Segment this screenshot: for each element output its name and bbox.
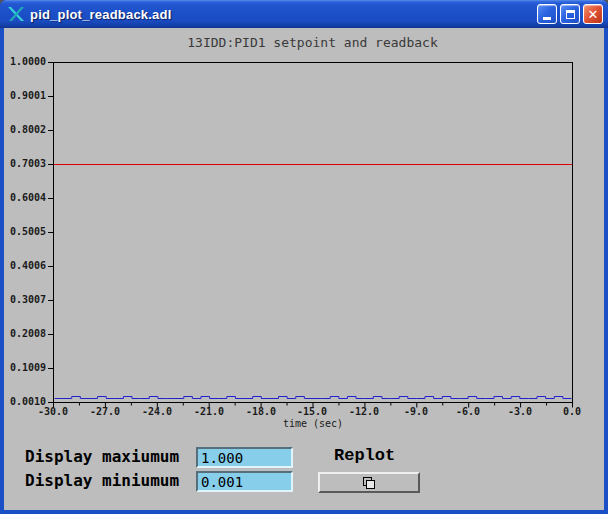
y-tick-label: 0.1009 — [4, 362, 46, 373]
y-tick-label: 0.8002 — [4, 124, 46, 135]
display-maximum-input[interactable] — [196, 447, 293, 468]
titlebar[interactable]: pid_plot_readback.adl ✕ — [0, 0, 608, 28]
y-tick-label: 0.6004 — [4, 192, 46, 203]
x-tick-label: -15.0 — [290, 406, 334, 417]
replot-label: Replot — [334, 446, 395, 465]
y-tick-label: 0.2008 — [4, 328, 46, 339]
x-tick-label: 0.0 — [550, 406, 594, 417]
y-tick-label: 0.9001 — [4, 90, 46, 101]
maximize-button[interactable] — [560, 4, 580, 24]
close-icon: ✕ — [588, 8, 599, 21]
maximize-icon — [566, 10, 575, 19]
x-axis-title: time (sec) — [272, 418, 354, 429]
x-tick-label: -30.0 — [31, 406, 75, 417]
x-tick-label: -18.0 — [239, 406, 283, 417]
x11-app-icon — [6, 5, 26, 23]
y-tick-label: 0.5005 — [4, 226, 46, 237]
plot-canvas — [47, 62, 579, 414]
x-tick-label: -21.0 — [187, 406, 231, 417]
x-tick-label: -27.0 — [83, 406, 127, 417]
replot-button[interactable] — [318, 472, 420, 493]
y-tick-label: 0.7003 — [4, 158, 46, 169]
display-maximum-label: Display maxiumum — [25, 447, 179, 466]
close-button[interactable]: ✕ — [583, 4, 603, 24]
minimize-button[interactable] — [537, 4, 557, 24]
y-tick-label: 0.3007 — [4, 294, 46, 305]
x-tick-label: -3.0 — [498, 406, 542, 417]
window-content: 13IDD:PID1 setpoint and readback 1.0000 … — [4, 28, 604, 510]
application-window: pid_plot_readback.adl ✕ 13IDD:PID1 setpo… — [0, 0, 608, 514]
x-tick-label: -9.0 — [394, 406, 438, 417]
display-minimum-input[interactable] — [196, 471, 293, 492]
plot-title: 13IDD:PID1 setpoint and readback — [53, 35, 572, 50]
y-tick-label: 0.4006 — [4, 260, 46, 271]
related-display-icon — [362, 476, 376, 490]
display-minimum-label: Display miniumum — [25, 471, 179, 490]
x-tick-label: -24.0 — [135, 406, 179, 417]
x-tick-label: -12.0 — [342, 406, 386, 417]
y-tick-label: 1.0000 — [4, 56, 46, 67]
minimize-icon — [543, 17, 551, 20]
window-title: pid_plot_readback.adl — [30, 7, 537, 22]
x-tick-label: -6.0 — [446, 406, 490, 417]
